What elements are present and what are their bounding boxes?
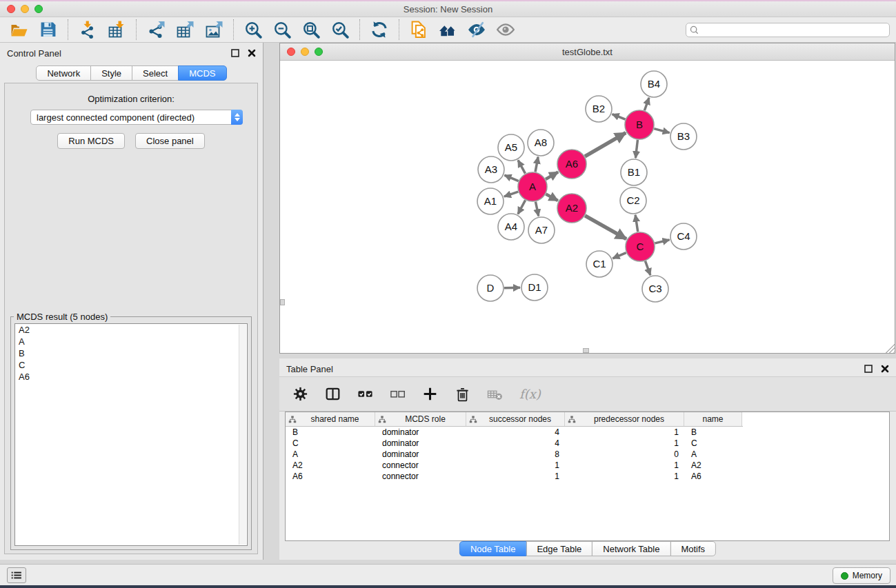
graph-edge-A-A5[interactable]: [518, 160, 525, 173]
show-panels-menu-button[interactable]: [7, 567, 26, 583]
import-table-button[interactable]: [105, 19, 128, 41]
search-input[interactable]: [701, 25, 886, 34]
graph-edge-A-A4[interactable]: [518, 200, 526, 214]
graph-node-A2[interactable]: A2: [557, 194, 586, 223]
column-header-shared-name[interactable]: shared name: [286, 412, 375, 426]
open-folder-button[interactable]: [8, 19, 31, 41]
table-row[interactable]: Adominator80A: [286, 449, 889, 460]
graph-node-A6[interactable]: A6: [557, 150, 586, 179]
duplicate-network-button[interactable]: [407, 19, 430, 41]
close-panel-action-button[interactable]: Close panel: [135, 133, 205, 149]
close-panel-button[interactable]: [247, 48, 257, 59]
list-item[interactable]: C: [15, 359, 247, 371]
table-float-panel-button[interactable]: [864, 364, 874, 374]
hide-details-eye-button[interactable]: [465, 19, 488, 41]
zoom-in-button[interactable]: [241, 19, 265, 41]
graph-node-A3[interactable]: A3: [478, 156, 504, 183]
graph-edge-A2-C[interactable]: [585, 216, 626, 239]
criterion-dropdown[interactable]: largest connected component (directed): [30, 110, 243, 125]
home-button[interactable]: [436, 19, 459, 41]
graph-edge-B-B1[interactable]: [635, 140, 637, 158]
tab-select[interactable]: Select: [132, 65, 179, 81]
zoom-selected-button[interactable]: [328, 19, 352, 41]
column-header-successor-nodes[interactable]: successor nodes: [466, 412, 565, 426]
export-image-button[interactable]: [202, 19, 226, 41]
import-table-icon: [108, 21, 126, 39]
column-header-MCDS-role[interactable]: MCDS role: [375, 412, 466, 426]
tab-style[interactable]: Style: [90, 65, 132, 81]
list-item[interactable]: A2: [15, 324, 247, 336]
split-view-button[interactable]: [325, 386, 341, 402]
graph-node-C2[interactable]: C2: [620, 187, 646, 214]
graph-node-A7[interactable]: A7: [528, 217, 555, 243]
graph-node-A[interactable]: A: [518, 172, 547, 201]
graph-edge-C-C2[interactable]: [635, 215, 638, 232]
table-row[interactable]: Cdominator41C: [286, 438, 889, 449]
save-button[interactable]: [37, 19, 60, 41]
float-panel-button[interactable]: [230, 48, 241, 59]
list-item[interactable]: B: [15, 347, 247, 359]
canvas-left-gripper[interactable]: [280, 299, 285, 305]
gear-button[interactable]: [292, 386, 308, 402]
graph-edge-B-B3[interactable]: [654, 129, 669, 133]
run-mcds-button[interactable]: Run MCDS: [57, 133, 125, 149]
tab-motifs[interactable]: Motifs: [670, 541, 716, 556]
graph-edge-A-A3[interactable]: [504, 175, 518, 181]
graph-node-B1[interactable]: B1: [621, 159, 647, 185]
graph-edge-A-A1[interactable]: [504, 192, 518, 196]
graph-edge-B-B4[interactable]: [644, 98, 649, 110]
tab-network-table[interactable]: Network Table: [592, 541, 670, 556]
result-list-scrollbar[interactable]: [239, 325, 246, 545]
graph-edge-A6-B[interactable]: [585, 133, 626, 156]
graph-node-D1[interactable]: D1: [521, 274, 548, 301]
tab-mcds[interactable]: MCDS: [178, 65, 226, 81]
graph-node-A5[interactable]: A5: [498, 134, 524, 161]
graph-edge-A-A8[interactable]: [535, 157, 538, 172]
graph-node-C[interactable]: C: [626, 232, 655, 261]
graph-node-C1[interactable]: C1: [586, 251, 613, 277]
search-box[interactable]: [686, 23, 890, 37]
graph-edge-C-C3[interactable]: [645, 261, 650, 276]
show-details-eye-button[interactable]: [494, 19, 517, 41]
tab-edge-table[interactable]: Edge Table: [526, 541, 593, 556]
memory-button[interactable]: Memory: [833, 567, 890, 584]
graph-node-D[interactable]: D: [477, 275, 504, 301]
tab-network[interactable]: Network: [36, 65, 91, 81]
import-network-button[interactable]: [76, 19, 99, 41]
zoom-out-button[interactable]: [270, 19, 294, 41]
export-table-button[interactable]: [173, 19, 197, 41]
graph-node-A8[interactable]: A8: [528, 130, 554, 156]
canvas-bottom-gripper[interactable]: [583, 348, 589, 353]
graph-node-B2[interactable]: B2: [586, 96, 612, 122]
graph-node-A1[interactable]: A1: [477, 188, 504, 214]
delete-column-button[interactable]: [455, 386, 470, 402]
graph-edge-C-C4[interactable]: [655, 240, 669, 243]
graph-edge-A-A7[interactable]: [535, 202, 538, 216]
list-item[interactable]: A: [15, 336, 247, 347]
graph-node-C3[interactable]: C3: [642, 276, 668, 302]
column-header-name[interactable]: name: [684, 412, 742, 426]
refresh-button[interactable]: [368, 19, 391, 41]
table-row[interactable]: Bdominator41B: [286, 427, 889, 438]
network-canvas[interactable]: B4B2BB3A5A8A6B1A3AA1C2A2A4A7C4CC1C3DD1: [280, 61, 895, 353]
graph-edge-B-B2[interactable]: [613, 114, 626, 119]
graph-edge-A-A2[interactable]: [546, 194, 557, 201]
add-column-button[interactable]: [422, 386, 438, 402]
graph-node-B3[interactable]: B3: [670, 123, 697, 150]
table-row[interactable]: A6connector11A6: [286, 471, 889, 482]
list-item[interactable]: A6: [15, 371, 247, 383]
export-network-button[interactable]: [144, 19, 168, 41]
graph-node-C4[interactable]: C4: [670, 223, 697, 250]
graph-node-B[interactable]: B: [625, 110, 654, 139]
graph-edge-A-A6[interactable]: [546, 172, 558, 179]
select-all-checkboxes-button[interactable]: [357, 386, 373, 402]
column-header-predecessor-nodes[interactable]: predecessor nodes: [565, 412, 684, 426]
graph-node-B4[interactable]: B4: [641, 71, 667, 97]
graph-node-A4[interactable]: A4: [498, 214, 524, 240]
tab-node-table[interactable]: Node Table: [459, 541, 527, 556]
table-row[interactable]: A2connector11A2: [286, 460, 889, 471]
zoom-fit-button[interactable]: [299, 19, 323, 41]
graph-edge-C-C1[interactable]: [613, 253, 626, 258]
table-close-panel-button[interactable]: [880, 364, 890, 374]
deselect-all-checkboxes-button[interactable]: [390, 386, 406, 402]
